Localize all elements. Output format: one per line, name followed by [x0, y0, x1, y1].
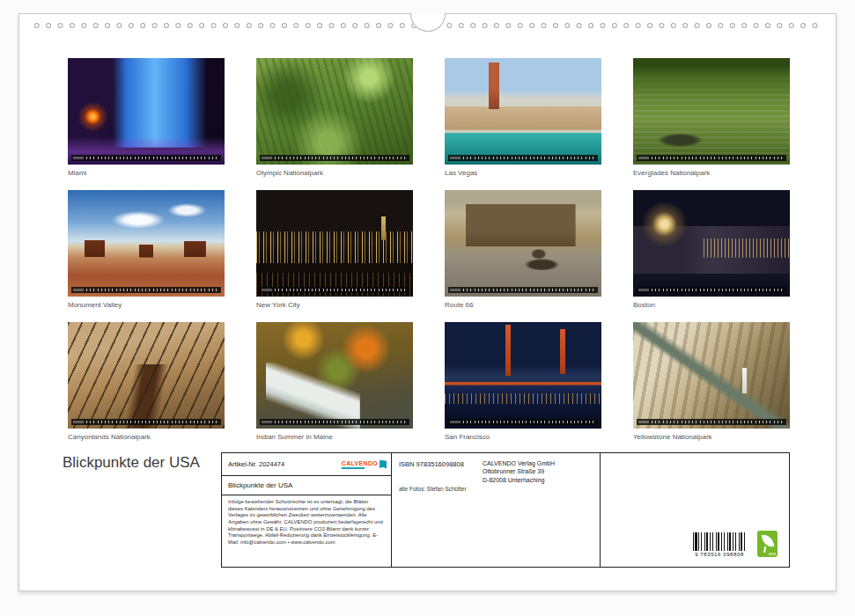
- legal-text: Infolge bestehender Schutzrechte ist es …: [222, 495, 391, 567]
- month-photo-miami: [68, 58, 225, 165]
- leaf-icon: [762, 533, 774, 548]
- month-thumbnail: New York City: [256, 190, 413, 309]
- month-photo-canyonlands-nationalpark: [68, 322, 225, 429]
- mini-calendar-date-strip: [260, 419, 409, 425]
- month-photo-monument-valley: [68, 190, 225, 297]
- month-thumbnail: San Francisco: [445, 322, 601, 441]
- mini-calendar-date-strip: [448, 419, 598, 425]
- month-photo-boston: [633, 190, 790, 297]
- month-photo-everglades-nationalpark: [633, 58, 790, 165]
- month-thumbnail: Route 66: [445, 190, 601, 309]
- publisher-info-box: Artikel-Nr. 2024474 CALVENDO Blickpunkte…: [221, 452, 790, 568]
- article-number-row: Artikel-Nr. 2024474 CALVENDO: [222, 453, 391, 476]
- infobox-column-article: Artikel-Nr. 2024474 CALVENDO Blickpunkte…: [222, 453, 392, 567]
- month-caption: San Francisco: [445, 433, 601, 441]
- month-caption: Monument Valley: [68, 301, 225, 309]
- mini-calendar-date-strip: [637, 419, 786, 425]
- month-thumbnails-grid: Miami Olympic Nationalpark Las Vegas Eve…: [68, 58, 790, 441]
- month-caption: Boston: [633, 301, 790, 309]
- month-thumbnail: Miami: [68, 58, 225, 177]
- mini-calendar-date-strip: [637, 155, 786, 161]
- month-photo-indian-summer-maine: [256, 322, 413, 429]
- eco-logo: eco: [757, 531, 778, 557]
- calvendo-flag-icon: [380, 460, 387, 469]
- month-caption: Miami: [68, 169, 225, 177]
- month-photo-route-66: [445, 190, 601, 297]
- photo-credit: alle Fotos: Stefan Schütter: [399, 486, 467, 492]
- month-thumbnail: Yellowstone Nationalpark: [633, 322, 790, 441]
- mini-calendar-date-strip: [71, 155, 221, 161]
- month-thumbnail: Boston: [633, 190, 790, 309]
- infobox-column-isbn: ISBN 9783516098808 alle Fotos: Stefan Sc…: [392, 453, 601, 567]
- month-caption: Yellowstone Nationalpark: [633, 433, 790, 441]
- month-photo-las-vegas: [445, 58, 601, 165]
- month-thumbnail: Canyonlands Nationalpark: [68, 322, 225, 441]
- barcode-bars: [693, 532, 746, 551]
- calendar-title: Blickpunkte der USA: [63, 454, 200, 472]
- eco-label: eco: [769, 551, 776, 556]
- barcode-number: 9 783516 098808: [693, 552, 746, 557]
- calvendo-logo-wordmark: CALVENDO: [342, 460, 378, 466]
- month-caption: Everglades Nationalpark: [633, 169, 790, 177]
- month-photo-olympic-nationalpark: [256, 58, 413, 165]
- month-thumbnail: Indian Summer in Maine: [256, 322, 413, 441]
- month-thumbnail: Olympic Nationalpark: [256, 58, 413, 177]
- calendar-back-page: Miami Olympic Nationalpark Las Vegas Eve…: [18, 13, 837, 591]
- month-caption: Olympic Nationalpark: [256, 169, 413, 177]
- isbn: ISBN 9783516098808: [399, 460, 464, 468]
- month-caption: New York City: [256, 301, 413, 309]
- infobox-column-barcode: 9 783516 098808 eco: [601, 453, 789, 567]
- mini-calendar-date-strip: [448, 155, 598, 161]
- mini-calendar-date-strip: [637, 287, 786, 293]
- mini-calendar-date-strip: [260, 155, 409, 161]
- publisher-city: D-82008 Unterhaching: [483, 476, 555, 484]
- month-caption: Canyonlands Nationalpark: [68, 433, 225, 441]
- infobox-calendar-title: Blickpunkte der USA: [222, 476, 391, 495]
- ean-barcode: 9 783516 098808: [693, 532, 746, 557]
- month-thumbnail: Everglades Nationalpark: [633, 58, 790, 177]
- mini-calendar-date-strip: [71, 419, 221, 425]
- month-photo-san-francisco: [445, 322, 601, 429]
- month-caption: Route 66: [445, 301, 601, 309]
- mini-calendar-date-strip: [448, 287, 598, 293]
- month-photo-new-york-city: [256, 190, 413, 297]
- publisher-address: CALVENDO Verlag GmbH Ottobrunner Straße …: [483, 459, 555, 484]
- calvendo-logo: CALVENDO: [342, 460, 387, 469]
- month-thumbnail: Las Vegas: [445, 58, 601, 177]
- month-thumbnail: Monument Valley: [68, 190, 225, 309]
- calvendo-logo-tagline: [342, 467, 365, 469]
- month-caption: Las Vegas: [445, 169, 601, 177]
- article-number: Artikel-Nr. 2024474: [228, 460, 284, 468]
- month-caption: Indian Summer in Maine: [256, 433, 413, 441]
- publisher-street: Ottobrunner Straße 39: [483, 467, 555, 475]
- month-photo-yellowstone-nationalpark: [633, 322, 790, 429]
- mini-calendar-date-strip: [260, 287, 409, 293]
- publisher-name: CALVENDO Verlag GmbH: [483, 459, 555, 467]
- calendar-back-cover-scan: Miami Olympic Nationalpark Las Vegas Eve…: [0, 0, 855, 616]
- mini-calendar-date-strip: [71, 287, 221, 293]
